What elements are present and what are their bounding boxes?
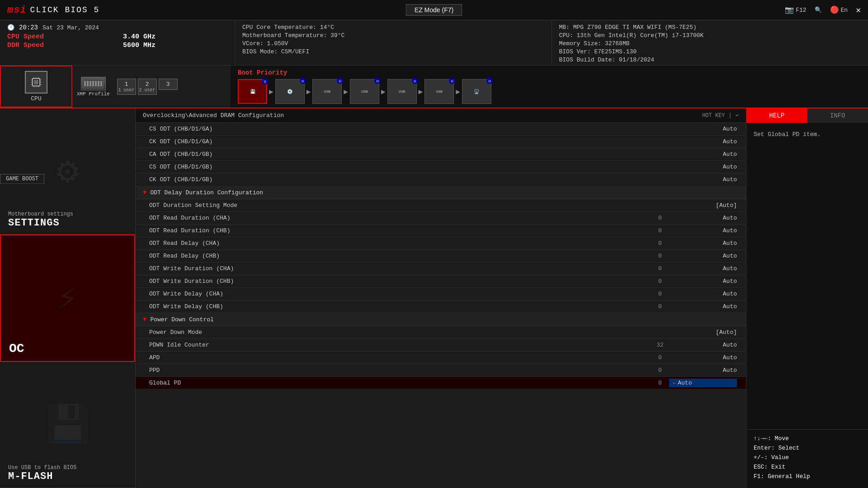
language-button[interactable]: 🔴 En xyxy=(830,5,848,14)
table-row[interactable]: APD0Auto xyxy=(136,352,746,364)
table-row[interactable]: ODT Read Duration (CHA)0Auto xyxy=(136,212,746,225)
table-row[interactable]: ODT Read Delay (CHA)0Auto xyxy=(136,237,746,250)
usb3-icon: USB xyxy=(399,89,405,94)
row-name: Global PD xyxy=(149,380,651,386)
table-row[interactable]: CK ODT (CHB/D1/GB)Auto xyxy=(136,174,746,186)
u-badge-2: U xyxy=(300,78,306,84)
optical-icon: 💿 xyxy=(287,89,292,94)
settings-main-label: SETTINGS xyxy=(8,217,60,229)
boot-device-6[interactable]: USB U xyxy=(425,79,454,104)
sidebar: ⚙️ Motherboard settings SETTINGS ⚡ OC 💾 … xyxy=(0,108,136,488)
cpu-icon-area[interactable]: CPU xyxy=(0,66,72,108)
arrow-1: ▶ xyxy=(269,87,274,96)
section-name: Power Down Control xyxy=(150,316,213,323)
settings-table[interactable]: CS ODT (CHB/D1/GA)AutoCK ODT (CHB/D1/GA)… xyxy=(136,123,746,488)
svg-rect-17 xyxy=(90,81,91,86)
boost-area: GAME BOOST CPU xyxy=(0,66,868,108)
info-bar: 🕐 20:23 Sat 23 Mar, 2024 CPU Speed 3.40 … xyxy=(0,20,868,66)
table-row[interactable]: ODT Duration Setting Mode[Auto] xyxy=(136,199,746,212)
profile-2-button[interactable]: 2 2 user xyxy=(138,79,157,95)
profile-1-button[interactable]: 1 1 user xyxy=(117,79,136,95)
boot-priority-area: Boot Priority 💾 U ▶ 💿 U ▶ USB U ▶ USB U … xyxy=(231,66,868,108)
cpu-temp: CPU Core Temperature: 14°C xyxy=(242,24,544,31)
table-row[interactable]: Global PD0✏️Auto xyxy=(136,377,746,389)
table-row[interactable]: ODT Write Duration (CHB)0Auto xyxy=(136,275,746,288)
arrow-3: ▶ xyxy=(344,87,348,96)
row-num: 0 xyxy=(651,278,669,285)
usb-icon: USB xyxy=(324,89,330,94)
row-value: Auto xyxy=(669,278,737,285)
row-name: APD xyxy=(149,354,651,361)
row-name: ODT Write Delay (CHA) xyxy=(149,291,651,297)
table-row[interactable]: ODT Write Duration (CHA)0Auto xyxy=(136,263,746,275)
table-row[interactable]: ODT Read Duration (CHB)0Auto xyxy=(136,225,746,237)
table-row[interactable]: ODT Write Delay (CHA)0Auto xyxy=(136,288,746,300)
section-header[interactable]: ▼Power Down Control xyxy=(136,313,746,326)
date: Sat 23 Mar, 2024 xyxy=(42,24,99,31)
table-row[interactable]: CA ODT (CHB/D1/GB)Auto xyxy=(136,148,746,161)
tab-info[interactable]: INFO xyxy=(807,108,868,123)
arrow-6: ▶ xyxy=(456,87,460,96)
row-value: Auto xyxy=(669,253,737,259)
row-name: CA ODT (CHB/D1/GB) xyxy=(149,151,651,158)
collapse-icon: ▼ xyxy=(143,189,146,196)
bios-title: CLICK BIOS 5 xyxy=(30,5,100,14)
bios-date: BIOS Build Date: 01/18/2024 xyxy=(559,56,861,63)
logo-msi: msi xyxy=(7,5,27,16)
row-name: Power Down Mode xyxy=(149,329,651,336)
hotkey-area: HOT KEY | ↩ xyxy=(702,112,739,119)
tab-help[interactable]: HELP xyxy=(746,108,807,123)
ez-mode-button[interactable]: EZ Mode (F7) xyxy=(406,4,462,16)
boot-device-3[interactable]: USB U xyxy=(312,79,342,104)
row-name: CK ODT (CHB/D1/GA) xyxy=(149,138,651,145)
screenshot-button[interactable]: 📷 F12 xyxy=(785,5,806,14)
boot-device-5[interactable]: USB U xyxy=(387,79,417,104)
sidebar-item-mflash[interactable]: 💾 Use USB to flash BIOS M-FLASH xyxy=(0,362,135,488)
row-name: ODT Duration Setting Mode xyxy=(149,202,651,209)
mflash-bg-icon: 💾 xyxy=(45,403,90,447)
row-value: Auto xyxy=(669,126,737,132)
table-row[interactable]: Power Down Mode[Auto] xyxy=(136,326,746,339)
boot-device-7[interactable]: 🖥️ U xyxy=(462,79,491,104)
boot-device-2[interactable]: 💿 U xyxy=(275,79,305,104)
table-row[interactable]: CS ODT (CHB/D1/GB)Auto xyxy=(136,161,746,174)
xmp-area: XMP Profile 1 1 user 2 2 user 3 xyxy=(72,66,231,108)
row-value: Auto xyxy=(669,367,737,374)
u-badge-4: U xyxy=(374,78,381,84)
u-badge-5: U xyxy=(412,78,418,84)
top-bar: msi CLICK BIOS 5 EZ Mode (F7) 📷 F12 🔍 🔴 … xyxy=(0,0,868,20)
table-row[interactable]: ODT Read Delay (CHB)0Auto xyxy=(136,250,746,263)
hotkey-label: HOT KEY xyxy=(702,113,725,119)
table-row[interactable]: ODT Write Delay (CHB)0Auto xyxy=(136,300,746,313)
boot-device-4[interactable]: USB U xyxy=(350,79,379,104)
sidebar-item-settings[interactable]: ⚙️ Motherboard settings SETTINGS xyxy=(0,108,135,235)
mem-info: Memory Size: 32768MB xyxy=(559,40,861,47)
ddr-speed-value: 5600 MHz xyxy=(123,42,227,49)
svg-rect-16 xyxy=(87,81,89,86)
row-num: 0 xyxy=(651,227,669,234)
section-header[interactable]: ▼ODT Delay Duration Configuration xyxy=(136,186,746,199)
table-row[interactable]: PPD0Auto xyxy=(136,364,746,377)
svg-rect-19 xyxy=(95,81,97,86)
disk-icon: 🖥️ xyxy=(474,89,479,94)
sidebar-item-oc[interactable]: ⚡ OC xyxy=(0,235,135,362)
close-button[interactable]: ✕ xyxy=(856,5,861,15)
table-row[interactable]: CK ODT (CHB/D1/GA)Auto xyxy=(136,136,746,148)
row-num: 0 xyxy=(651,253,669,259)
oc-bg-icon: ⚡ xyxy=(57,276,78,320)
cpu-info: CPU: 13th Gen Intel(R) Core(TM) i7-13700… xyxy=(559,32,861,39)
game-boost-label[interactable]: GAME BOOST xyxy=(0,174,44,184)
search-button[interactable]: 🔍 xyxy=(815,6,822,14)
boot-device-1[interactable]: 💾 U xyxy=(238,79,267,104)
usb4-icon: USB xyxy=(436,89,443,94)
row-num: 32 xyxy=(651,342,669,348)
profile-3-button[interactable]: 3 xyxy=(159,79,178,90)
row-value: Auto xyxy=(669,342,737,348)
row-name: ODT Write Delay (CHB) xyxy=(149,303,651,310)
row-name: ODT Read Delay (CHA) xyxy=(149,240,651,247)
back-icon[interactable]: ↩ xyxy=(736,112,739,119)
svg-rect-1 xyxy=(34,80,38,84)
row-value: Auto xyxy=(669,303,737,310)
table-row[interactable]: PDWN Idle Counter32Auto xyxy=(136,339,746,352)
table-row[interactable]: CS ODT (CHB/D1/GA)Auto xyxy=(136,123,746,136)
